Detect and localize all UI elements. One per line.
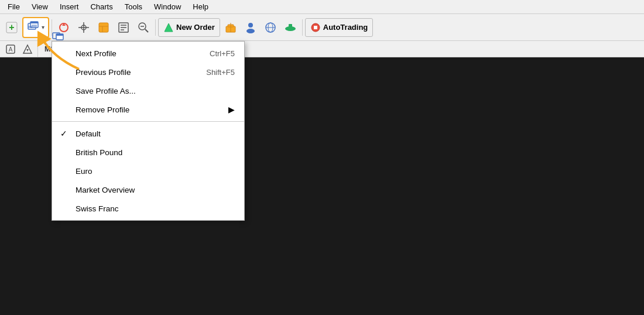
menu-item-remove-profile[interactable]: Remove Profile ▶ — [52, 100, 244, 119]
icon-btn-3[interactable] — [261, 18, 280, 37]
svg-marker-24 — [165, 23, 173, 32]
checkmark-icon: ✓ — [60, 129, 67, 138]
svg-rect-43 — [56, 34, 63, 36]
indicator-icon: A — [5, 44, 16, 54]
icon-btn-2[interactable] — [241, 18, 260, 37]
menu-item-default[interactable]: ✓ Default — [52, 124, 244, 143]
menu-item-prev-profile[interactable]: Previous Profile Shift+F5 — [52, 63, 244, 81]
svg-line-22 — [145, 29, 148, 32]
menu-item-label: Next Profile — [76, 49, 117, 58]
list-icon — [117, 21, 130, 34]
dropdown-arrow-icon: ▾ — [42, 24, 44, 30]
svg-point-28 — [248, 23, 253, 28]
dropdown-menu: Next Profile Ctrl+F5 Previous Profile Sh… — [52, 41, 245, 221]
svg-rect-14 — [99, 23, 108, 32]
new-order-icon — [163, 22, 174, 33]
menu-view[interactable]: View — [26, 1, 53, 13]
menu-item-shortcut: Shift+F5 — [206, 68, 235, 77]
svg-text:▾: ▾ — [26, 47, 29, 53]
svg-rect-4 — [30, 22, 38, 23]
menu-item-next-profile[interactable]: Next Profile Ctrl+F5 — [52, 44, 244, 63]
crosshair-icon — [77, 21, 90, 34]
menu-item-label: Save Profile As... — [76, 87, 136, 95]
template-icon — [97, 21, 110, 34]
menu-item-euro[interactable]: Euro — [52, 162, 244, 180]
menubar: File View Insert Charts Tools Window Hel… — [0, 0, 644, 14]
profile-icon — [28, 21, 40, 34]
menu-item-label: Default — [76, 129, 101, 138]
svg-point-29 — [246, 29, 255, 33]
separator-3 — [302, 19, 303, 36]
new-order-button[interactable]: New Order — [158, 18, 220, 37]
globe-icon — [264, 21, 277, 34]
template-button[interactable] — [94, 18, 113, 37]
svg-text:A: A — [9, 46, 13, 53]
icon-btn-1[interactable] — [221, 18, 240, 37]
zoom-button[interactable] — [134, 18, 153, 37]
indicator-btn[interactable]: A — [2, 43, 19, 56]
autotrading-button[interactable]: AutoTrading — [305, 18, 374, 37]
svg-text:+: + — [9, 22, 14, 32]
zoom-icon — [137, 21, 150, 34]
menu-item-label: British Pound — [76, 148, 122, 157]
menu-separator-1 — [52, 121, 244, 122]
menu-charts[interactable]: Charts — [85, 1, 118, 13]
menu-help[interactable]: Help — [187, 1, 214, 13]
menu-item-market-overview[interactable]: Market Overview — [52, 180, 244, 199]
submenu-arrow-icon: ▶ — [228, 105, 235, 114]
separator-2 — [155, 19, 156, 36]
menu-item-shortcut: Ctrl+F5 — [210, 49, 235, 58]
menu-file[interactable]: File — [2, 1, 25, 13]
menu-item-label: Previous Profile — [76, 68, 131, 77]
menu-item-swiss-franc[interactable]: Swiss Franc — [52, 199, 244, 218]
separator-4 — [37, 41, 38, 57]
person-icon — [244, 21, 257, 34]
menu-item-save-profile[interactable]: Save Profile As... — [52, 81, 244, 100]
new-chart-button[interactable]: + — [2, 18, 21, 37]
left-sidebar — [0, 57, 50, 315]
new-order-label: New Order — [176, 23, 215, 32]
menu-item-british-pound[interactable]: British Pound — [52, 143, 244, 162]
menu-insert[interactable]: Insert — [54, 1, 84, 13]
gift-icon — [224, 21, 237, 34]
autotrading-icon — [310, 22, 321, 33]
menu-item-label: Remove Profile — [76, 105, 129, 114]
svg-rect-36 — [314, 26, 317, 29]
autotrading-label: AutoTrading — [323, 23, 368, 32]
svg-rect-34 — [289, 24, 292, 29]
profile-button[interactable]: ▾ — [22, 17, 49, 38]
menu-item-label: Swiss Franc — [76, 204, 119, 213]
crosshair-button[interactable] — [74, 18, 93, 37]
template2-icon: ▾ — [22, 44, 33, 54]
list-button[interactable] — [114, 18, 133, 37]
menu-item-label: Euro — [76, 167, 93, 176]
toolbar: + ▾ — [0, 14, 644, 41]
menu-window[interactable]: Window — [149, 1, 186, 13]
template2-btn[interactable]: ▾ — [19, 43, 36, 56]
menu-tools[interactable]: Tools — [119, 1, 148, 13]
hat-icon — [284, 21, 297, 34]
icon-btn-4[interactable] — [281, 18, 300, 37]
menu-item-label: Market Overview — [76, 186, 135, 194]
